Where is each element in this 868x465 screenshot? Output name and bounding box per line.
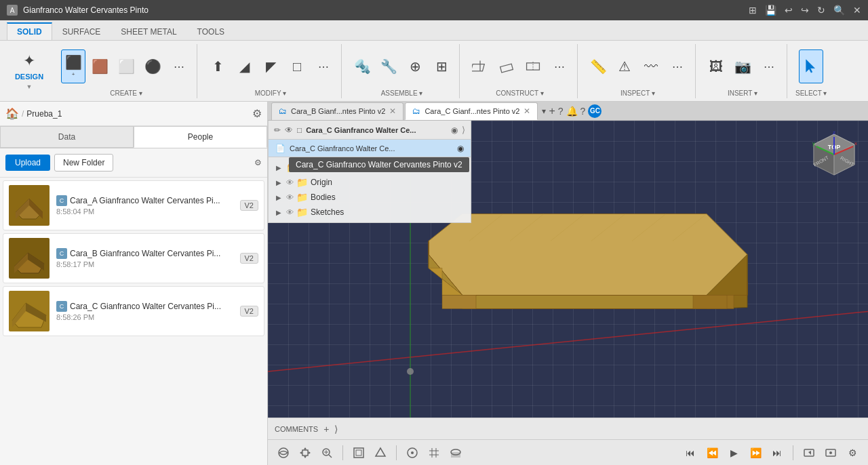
capture-btn[interactable]: [800, 444, 818, 462]
settings-help-icon[interactable]: ?: [580, 106, 586, 117]
insert-mesh-btn[interactable]: 🖼: [704, 49, 728, 83]
file-version[interactable]: V2: [240, 306, 258, 317]
tab-people[interactable]: People: [134, 126, 267, 148]
tab-sheet-metal[interactable]: SHEET METAL: [111, 23, 186, 40]
tree-eye-bodies[interactable]: 👁: [286, 193, 294, 201]
file-item[interactable]: C Cara_B Gianfranco Walter Cervantes Pi.…: [3, 233, 264, 283]
eye-icon[interactable]: 👁: [285, 125, 293, 135]
chamfer-btn[interactable]: ◤: [258, 49, 283, 83]
cylinder-btn[interactable]: ⬜: [114, 49, 138, 83]
file-version[interactable]: V2: [240, 253, 258, 264]
more-btn[interactable]: ⋯: [167, 49, 191, 83]
comments-add-icon[interactable]: +: [323, 424, 329, 434]
tab-solid[interactable]: SOLID: [7, 22, 52, 40]
new-folder-button[interactable]: New Folder: [54, 154, 113, 171]
more-construct-btn[interactable]: ⋯: [547, 49, 572, 83]
timeline-start-btn[interactable]: ⏮: [682, 444, 699, 462]
more-modify-btn[interactable]: ⋯: [311, 49, 336, 83]
joint-origin-btn[interactable]: ⊕: [403, 49, 427, 83]
rigid-btn[interactable]: ⊞: [429, 49, 454, 83]
new-component-btn[interactable]: ⬛ +: [61, 49, 85, 83]
measure-btn[interactable]: 📏: [586, 49, 610, 83]
fillet-btn[interactable]: ◢: [232, 49, 256, 83]
browser-doc-tab[interactable]: 📄 Cara_C Gianfranco Walter Ce... ◉: [269, 140, 471, 157]
interference-btn[interactable]: ⚠: [612, 49, 637, 83]
tab-close-icon[interactable]: ✕: [524, 106, 530, 116]
tab-tools[interactable]: TOOLS: [187, 23, 235, 40]
file-item[interactable]: C Cara_A Gianfranco Walter Cervantes Pi.…: [3, 180, 264, 230]
curvature-btn[interactable]: 〰: [639, 49, 663, 83]
display-settings-btn[interactable]: [403, 444, 421, 462]
zoom-btn[interactable]: [318, 444, 336, 462]
timeline-prev-btn[interactable]: ⏪: [703, 444, 721, 462]
as-built-btn[interactable]: 🔧: [376, 49, 401, 83]
doc-tab-icon: 🗂: [279, 106, 287, 116]
tab-data[interactable]: Data: [0, 126, 134, 148]
pencil-icon[interactable]: ✏: [274, 125, 281, 135]
midplane-btn[interactable]: [521, 49, 545, 83]
orbit-btn[interactable]: [275, 444, 292, 462]
more-inspect-btn[interactable]: ⋯: [665, 49, 690, 83]
sphere-btn[interactable]: ⚫: [140, 49, 165, 83]
design-button[interactable]: ✦ DESIGN ▼: [5, 51, 53, 92]
timeline-settings-icon[interactable]: ⚙: [844, 444, 861, 462]
tab-surface[interactable]: SURFACE: [52, 23, 111, 40]
timeline-play-btn[interactable]: ▶: [725, 444, 743, 462]
doc-tab-cara-c[interactable]: 🗂 Cara_C Gianf...ntes Pinto v2 ✕: [405, 102, 538, 120]
more-insert-btn[interactable]: ⋯: [757, 49, 781, 83]
timeline-next-btn[interactable]: ⏩: [747, 444, 764, 462]
file-item[interactable]: C Cara_C Gianfranco Walter Cervantes Pi.…: [3, 286, 264, 336]
timeline-end-btn[interactable]: ⏭: [768, 444, 786, 462]
user-avatar[interactable]: GC: [588, 104, 601, 118]
sidebar-settings-icon[interactable]: ⚙: [254, 158, 262, 167]
box-btn[interactable]: 🟫: [87, 49, 112, 83]
file-time: 8:58:17 PM: [56, 260, 233, 268]
file-thumbnail: [9, 238, 50, 279]
redo-icon[interactable]: ↪: [801, 5, 809, 16]
tree-eye-sketches[interactable]: 👁: [286, 208, 294, 216]
apps-icon[interactable]: ⊞: [749, 5, 757, 16]
viewport-content[interactable]: ✏ 👁 □ Cara_C Gianfranco Walter Ce... ◉ ⟩…: [268, 121, 868, 418]
select-btn[interactable]: [799, 49, 823, 83]
shell-btn[interactable]: □: [285, 49, 309, 83]
help-icon[interactable]: ?: [558, 106, 564, 117]
offset-plane-btn[interactable]: [468, 49, 492, 83]
angle-plane-btn[interactable]: [494, 49, 519, 83]
tree-eye-origin[interactable]: 👁: [286, 178, 294, 186]
axis-gizmo[interactable]: TOP FRONT RIGHT x y z: [807, 127, 861, 182]
joint-btn[interactable]: 🔩: [350, 49, 374, 83]
capture-settings-btn[interactable]: [822, 444, 840, 462]
close-icon[interactable]: ✕: [853, 5, 861, 16]
press-pull-btn[interactable]: ⬆: [205, 49, 230, 83]
comments-toggle-icon[interactable]: ⟩: [334, 424, 338, 434]
tree-item-origin[interactable]: ▶ 👁 📁 Origin: [269, 175, 471, 190]
pan-btn[interactable]: [296, 444, 314, 462]
save-icon[interactable]: 💾: [765, 5, 776, 16]
upload-button[interactable]: Upload: [5, 155, 50, 171]
browser-radio-icon[interactable]: ◉: [451, 125, 458, 135]
search-icon[interactable]: 🔍: [833, 5, 845, 16]
toolbar-tabs: SOLID SURFACE SHEET METAL TOOLS: [0, 20, 868, 41]
home-icon[interactable]: 🏠: [5, 107, 19, 120]
file-version[interactable]: V2: [240, 200, 258, 211]
doc-tab-cara-b[interactable]: 🗂 Cara_B Gianf...ntes Pinto v2 ✕: [271, 102, 403, 120]
grid-display-btn[interactable]: [425, 444, 443, 462]
new-tab-icon[interactable]: +: [549, 105, 555, 117]
notification-icon[interactable]: 🔔: [566, 106, 578, 117]
breadcrumb-settings-icon[interactable]: ⚙: [252, 107, 262, 120]
breadcrumb-item[interactable]: Prueba_1: [26, 109, 62, 119]
refresh-icon[interactable]: ↻: [817, 5, 825, 16]
tab-overflow-icon[interactable]: ▾: [542, 106, 546, 116]
undo-icon[interactable]: ↩: [785, 5, 793, 16]
insert-svg-btn[interactable]: 📷: [730, 49, 755, 83]
tab-close-icon[interactable]: ✕: [389, 106, 396, 116]
fit-view-btn[interactable]: [350, 444, 368, 462]
section-analysis-btn[interactable]: [372, 444, 389, 462]
browser-checkbox[interactable]: □: [297, 125, 302, 135]
svg-marker-51: [304, 456, 307, 458]
browser-close[interactable]: ⟩: [462, 125, 465, 135]
tree-item-sketches[interactable]: ▶ 👁 📁 Sketches: [269, 205, 471, 220]
svg-text:A: A: [10, 7, 15, 14]
environment-btn[interactable]: [447, 444, 465, 462]
tree-item-bodies[interactable]: ▶ 👁 📁 Bodies: [269, 190, 471, 205]
